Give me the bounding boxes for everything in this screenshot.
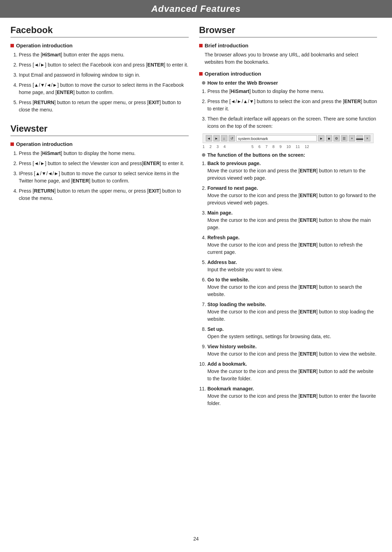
brief-intro-text: The browser allows you to browse any URL… (205, 51, 377, 66)
refresh-btn[interactable]: ↺ (229, 135, 235, 141)
stop-btn[interactable]: ■ (326, 135, 332, 141)
viewster-section: Viewster Operation introduction Press th… (10, 123, 189, 202)
facebook-section: Facebook Operation introduction Press th… (10, 25, 189, 114)
go-btn[interactable]: ► (318, 135, 324, 141)
list-item: Set up. Open the system settings, settin… (207, 326, 377, 340)
functions-header: The function of the buttons on the scree… (202, 152, 377, 158)
facebook-op-intro-header: Operation introduction (10, 42, 189, 48)
list-item: Refresh page. Move the cursor to the ico… (207, 234, 377, 256)
list-item: Press [RETURN] button to return the uppe… (19, 99, 189, 114)
home-btn[interactable]: ⌂ (221, 135, 227, 141)
viewster-title: Viewster (10, 123, 189, 136)
how-to-enter-steps: Press the [HiSmart] button to display th… (199, 88, 377, 130)
page-number: 24 (0, 532, 392, 545)
circle-bullet-icon (202, 153, 205, 157)
main-content: Facebook Operation introduction Press th… (0, 18, 392, 425)
back-btn[interactable]: ◄ (206, 135, 212, 141)
list-item: Address bar. Input the website you want … (207, 259, 377, 273)
browser-function-list: Back to previous page. Move the cursor t… (199, 160, 377, 407)
close-btn[interactable]: × (364, 135, 370, 141)
red-bullet-icon (199, 72, 203, 76)
list-item: Stop loading the website. Move the curso… (207, 301, 377, 323)
brief-intro-label: Brief introduction (205, 42, 249, 48)
browser-op-intro-header: Operation introduction (199, 71, 377, 77)
list-item: Press the [HiSmart] button to display th… (207, 88, 377, 95)
browser-title: Browser (199, 25, 377, 38)
how-to-enter-header: How to enter the Web Browser (202, 80, 377, 86)
history-btn[interactable]: ☰ (341, 135, 347, 141)
settings-btn[interactable]: ⚙ (334, 135, 340, 141)
red-bullet-icon (10, 44, 14, 47)
list-item: Press the [◄/►/▲/▼] buttons to select th… (207, 98, 377, 112)
list-item: Back to previous page. Move the cursor t… (207, 160, 377, 182)
list-item: Add a bookmark. Move the cursor to the i… (207, 360, 377, 382)
list-item: Press the [HiSmart] button to display th… (19, 150, 189, 157)
page-header: Advanced Features (0, 0, 392, 18)
list-item: Main page. Move the cursor to the icon a… (207, 209, 377, 231)
forward-btn[interactable]: ► (213, 135, 220, 141)
list-item: Then the default interface will appears … (207, 115, 377, 130)
bookmark-mgr-btn[interactable]: ▬▬ (356, 135, 363, 141)
red-bullet-icon (10, 142, 14, 146)
browser-toolbar: ◄ ► ⌂ ↺ system:bookmark ► ■ ⚙ ☰ + ▬▬ × (203, 133, 374, 143)
facebook-op-intro-label: Operation introduction (16, 42, 73, 48)
list-item: Input Email and password in following wi… (19, 71, 189, 79)
address-bar[interactable]: system:bookmark (236, 135, 317, 141)
list-item: Press [RETURN] button to return the uppe… (19, 187, 189, 202)
list-item: IPress [▲/▼/◄/►] button to move the curs… (19, 170, 189, 185)
list-item: Forward to next page. Move the cursor to… (207, 185, 377, 207)
facebook-title: Facebook (10, 25, 189, 38)
page-title: Advanced Features (0, 3, 392, 14)
list-item: Go to the website. Move the cursor to th… (207, 276, 377, 298)
toolbar-numbers: 1 2 3 4 5 6 7 8 9 10 11 12 (203, 145, 377, 149)
red-bullet-icon (199, 44, 203, 47)
how-to-enter-label: How to enter the Web Browser (207, 80, 278, 86)
viewster-op-intro-label: Operation introduction (16, 141, 73, 147)
list-item: Press [◄/►] button to select the Viewste… (19, 160, 189, 167)
facebook-steps: Press the [HiSmart] button enter the app… (10, 51, 189, 114)
list-item: View history website. Move the cursor to… (207, 343, 377, 358)
left-column: Facebook Operation introduction Press th… (10, 25, 189, 411)
browser-op-intro-label: Operation introduction (205, 71, 261, 77)
right-column: Browser Brief introduction The browser a… (199, 25, 377, 411)
functions-label: The function of the buttons on the scree… (207, 152, 305, 158)
list-item: Bookmark manager. Move the cursor to the… (207, 385, 377, 407)
circle-bullet-icon (202, 81, 205, 85)
viewster-op-intro-header: Operation introduction (10, 141, 189, 147)
brief-intro-header: Brief introduction (199, 42, 377, 48)
browser-section: Browser Brief introduction The browser a… (199, 25, 377, 407)
viewster-steps: Press the [HiSmart] button to display th… (10, 150, 189, 202)
list-item: Press [▲/▼/◄/►] button to move the curso… (19, 81, 189, 96)
list-item: Press the [HiSmart] button enter the app… (19, 51, 189, 59)
list-item: Press [◄/►] button to select the Faceboo… (19, 61, 189, 69)
add-bookmark-btn[interactable]: + (349, 135, 355, 141)
